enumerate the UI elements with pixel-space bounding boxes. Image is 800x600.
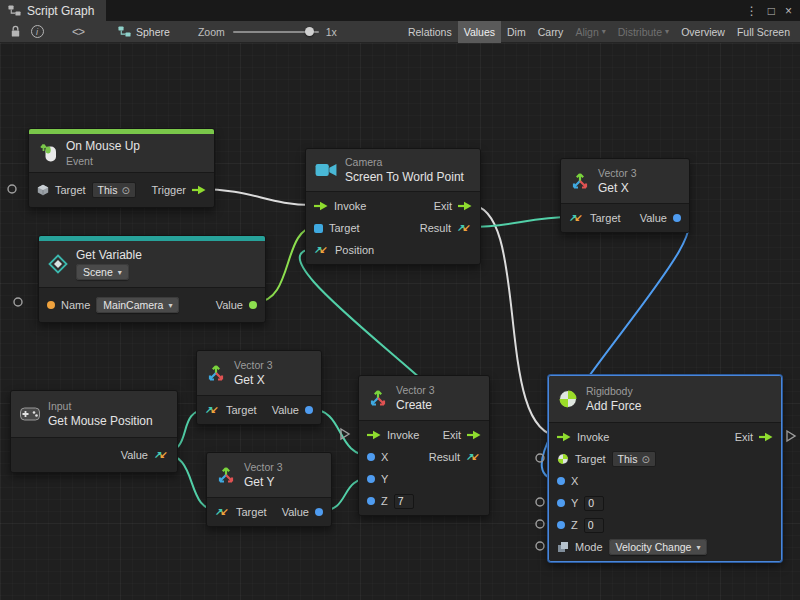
zoom-slider-knob[interactable] <box>305 27 314 36</box>
control-output-icon[interactable] <box>759 432 773 442</box>
z-value-field[interactable] <box>394 494 414 509</box>
gameobject-icon[interactable] <box>37 184 49 196</box>
node-title: Get Mouse Position <box>48 414 153 428</box>
chevron-down-icon: ▾ <box>696 543 700 552</box>
vector3-port-icon[interactable]: ↗↙ <box>314 245 329 255</box>
control-output-icon[interactable] <box>467 430 481 440</box>
object-port[interactable] <box>249 301 257 309</box>
node-title: Create <box>396 398 435 412</box>
float-port[interactable] <box>557 499 565 507</box>
y-value-field[interactable] <box>584 496 604 511</box>
toolbar-button-distribute[interactable]: Distribute▾ <box>612 21 675 43</box>
port-label-target: Target <box>575 453 606 465</box>
port-row-target: ↗↙ Target Value <box>561 207 689 229</box>
node-vector3-get-x-mid[interactable]: Vector 3 Get X ↗↙ Target Value <box>196 350 322 425</box>
node-on-mouse-up[interactable]: On Mouse Up Event Target This ⊙ Trigger <box>28 128 215 208</box>
node-category: Input <box>48 400 153 412</box>
lock-icon[interactable] <box>4 21 26 43</box>
toolbar-button-carry[interactable]: Carry <box>532 21 570 43</box>
port-row-z: Z <box>549 514 781 536</box>
port-row-invoke: Invoke Exit <box>359 424 489 446</box>
zoom-slider[interactable] <box>233 26 319 38</box>
node-category: Vector 3 <box>396 384 435 396</box>
control-output-icon[interactable] <box>192 185 206 195</box>
port-label-target: Target <box>55 184 86 196</box>
port-label-invoke: Invoke <box>387 429 419 441</box>
vector3-port-icon[interactable]: ↗↙ <box>154 450 169 460</box>
control-output-icon[interactable] <box>458 201 472 211</box>
control-input-icon[interactable] <box>367 430 381 440</box>
close-icon[interactable]: × <box>785 4 792 18</box>
object-picker-icon[interactable]: ⊙ <box>641 454 649 465</box>
variable-scope-dropdown[interactable]: Scene ▾ <box>76 264 129 280</box>
control-input-icon[interactable] <box>314 201 328 211</box>
tab-script-graph[interactable]: Script Graph <box>0 0 106 21</box>
port-label-invoke: Invoke <box>334 200 366 212</box>
graph-toolbar: i <> Sphere Zoom 1x Relations Values Dim… <box>0 21 800 43</box>
zoom-value: 1x <box>326 26 337 38</box>
vector3-port-icon[interactable]: ↗↙ <box>466 452 481 462</box>
port-label-target: Target <box>590 212 621 224</box>
node-add-force[interactable]: Rigidbody Add Force Invoke Exit Target T… <box>548 375 782 562</box>
port-label-target: Target <box>329 222 360 234</box>
vector3-port-icon[interactable]: ↗↙ <box>569 213 584 223</box>
float-port[interactable] <box>557 477 565 485</box>
camera-port[interactable] <box>314 224 323 233</box>
float-port[interactable] <box>367 453 375 461</box>
z-value-field[interactable] <box>584 518 604 533</box>
port-label-exit: Exit <box>434 200 452 212</box>
rigidbody-icon <box>558 389 578 409</box>
float-port[interactable] <box>557 521 565 529</box>
port-row-target: ↗↙ Target Value <box>207 501 331 523</box>
window-tab-bar: Script Graph ⋮ □ × <box>0 0 800 21</box>
toolbar-button-fullscreen[interactable]: Full Screen <box>731 21 796 43</box>
node-category: Vector 3 <box>598 167 637 179</box>
float-port[interactable] <box>305 406 313 414</box>
node-get-mouse-position[interactable]: Input Get Mouse Position Value ↗↙ <box>10 390 178 473</box>
node-title: Get Y <box>244 475 283 489</box>
port-label-value: Value <box>121 449 148 461</box>
target-object-field[interactable]: This ⊙ <box>612 451 656 467</box>
vector3-icon <box>570 171 590 191</box>
node-title: Get X <box>234 373 273 387</box>
info-icon[interactable]: i <box>26 21 48 43</box>
code-brackets-icon[interactable]: <> <box>72 25 84 39</box>
object-picker-icon[interactable]: ⊙ <box>121 185 129 196</box>
target-object-field[interactable]: This ⊙ <box>92 182 136 198</box>
vector3-port-icon[interactable]: ↗↙ <box>215 507 230 517</box>
vector3-port-icon[interactable]: ↗↙ <box>457 223 472 233</box>
toolbar-button-relations[interactable]: Relations <box>402 21 458 43</box>
node-get-variable[interactable]: Get Variable Scene ▾ Name MainCamera ▾ V… <box>38 235 266 323</box>
vector3-port-icon[interactable]: ↗↙ <box>205 405 220 415</box>
node-screen-to-world-point[interactable]: Camera Screen To World Point Invoke Exit… <box>305 148 481 265</box>
toolbar-button-values[interactable]: Values <box>458 21 501 43</box>
float-port[interactable] <box>315 508 323 516</box>
script-graph-icon <box>8 4 21 17</box>
port-row-name: Name MainCamera ▾ Value <box>39 290 265 320</box>
variable-name-dropdown[interactable]: MainCamera ▾ <box>96 297 179 313</box>
toolbar-button-align[interactable]: Align▾ <box>569 21 611 43</box>
control-input-icon[interactable] <box>557 432 571 442</box>
rigidbody-port-icon[interactable] <box>557 453 569 465</box>
string-port[interactable] <box>47 301 55 309</box>
force-mode-dropdown[interactable]: Velocity Change ▾ <box>609 539 708 555</box>
node-vector3-create[interactable]: Vector 3 Create Invoke Exit X Result ↗↙ … <box>358 375 490 516</box>
vector3-icon <box>206 363 226 383</box>
kebab-menu-icon[interactable]: ⋮ <box>746 4 758 18</box>
window-controls: ⋮ □ × <box>746 0 800 21</box>
port-label-name: Name <box>61 299 90 311</box>
float-port[interactable] <box>673 214 681 222</box>
float-port[interactable] <box>367 475 375 483</box>
float-port[interactable] <box>367 497 375 505</box>
port-label-x: X <box>381 451 388 463</box>
node-vector3-get-y[interactable]: Vector 3 Get Y ↗↙ Target Value <box>206 452 332 527</box>
node-vector3-get-x-top[interactable]: Vector 3 Get X ↗↙ Target Value <box>560 158 690 233</box>
maximize-icon[interactable]: □ <box>768 4 775 18</box>
node-title: On Mouse Up <box>66 139 140 153</box>
toolbar-button-overview[interactable]: Overview <box>675 21 731 43</box>
graph-breadcrumb[interactable]: Sphere <box>118 25 170 38</box>
port-row-mode: Mode Velocity Change ▾ <box>549 536 781 558</box>
port-label-z: Z <box>381 495 388 507</box>
toolbar-button-dim[interactable]: Dim <box>501 21 532 43</box>
enum-port-icon[interactable] <box>557 541 569 553</box>
